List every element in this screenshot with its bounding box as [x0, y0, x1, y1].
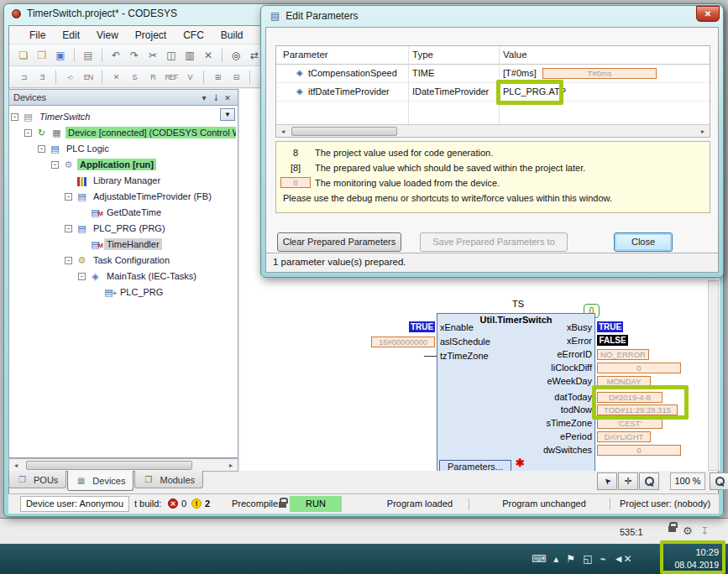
fbd-value-xenable[interactable]: TRUE	[409, 321, 435, 332]
close-button[interactable]: Close	[614, 232, 673, 252]
dialog-close-button[interactable]	[696, 6, 720, 22]
pin-icon[interactable]	[210, 93, 222, 102]
menu-cfc[interactable]: CFC	[175, 28, 212, 43]
scroll-right-arrow[interactable]: ▸	[696, 128, 710, 135]
tree-item-device-connected-codesys-control[interactable]: -↻▦Device [connected] (CODESYS Control W	[11, 125, 236, 140]
scroll-left-arrow[interactable]: ◂	[276, 128, 290, 135]
paste-icon[interactable]: ▥	[181, 48, 198, 63]
fbd-value-stimezone[interactable]: 'CEST'	[597, 418, 663, 429]
cfc-negated-box-icon[interactable]: -○	[61, 70, 78, 85]
close-panel-icon[interactable]	[222, 93, 233, 102]
dialog-titlebar[interactable]: ▤ Edit Parameters	[270, 10, 358, 22]
column-header-value[interactable]: Value	[503, 50, 527, 60]
main-titlebar[interactable]: TimerSwitch.project* - CODESYS	[12, 8, 177, 19]
cfc-decompose-icon[interactable]: ⊟	[228, 70, 244, 85]
expand-collapse-box[interactable]: -	[11, 113, 18, 121]
scroll-left-arrow[interactable]: ◂	[9, 462, 23, 469]
pan-button[interactable]	[618, 472, 638, 490]
tab-devices[interactable]: ▦Devices	[67, 471, 134, 491]
menu-build[interactable]: Build	[212, 28, 252, 43]
tree-item-plc-prg[interactable]: ▤+PLC_PRG	[11, 284, 236, 300]
editor-vscrollbar[interactable]	[708, 280, 719, 471]
fbd-instance-name[interactable]: TS	[489, 299, 547, 309]
select-cursor-button[interactable]	[597, 472, 617, 490]
clear-prepared-parameters-button[interactable]: Clear Prepared Parameters	[277, 232, 401, 252]
find-icon[interactable]: ◎	[228, 48, 244, 63]
print-icon[interactable]: ▤	[80, 48, 97, 63]
expand-collapse-box[interactable]: -	[51, 161, 59, 169]
keyboard-icon[interactable]: ⌨	[532, 553, 546, 565]
menu-view[interactable]: View	[88, 28, 127, 43]
cut-icon[interactable]: ✂	[144, 48, 161, 63]
tree-item-timerswitch[interactable]: -▤TimerSwitch	[11, 109, 236, 124]
tree-item-plc-prg-prg[interactable]: -▤PLC_PRG (PRG)	[11, 221, 236, 236]
cfc-value-icon[interactable]: V	[181, 70, 198, 85]
volume-muted-icon[interactable]: ◄✕	[614, 553, 632, 565]
parameter-row-tcompensationspeed[interactable]: ◈tCompensationSpeedTIME[T#0ms]T#0ms	[276, 65, 710, 83]
scroll-right-arrow[interactable]: ▸	[224, 462, 238, 469]
fbd-value-dwswitches[interactable]: 0	[597, 445, 681, 456]
open-file-icon[interactable]: ❐	[34, 48, 50, 63]
tree-item-maintask-iec-tasks[interactable]: -◈MainTask (IEC-Tasks)	[11, 269, 236, 284]
menu-edit[interactable]: Edit	[54, 28, 88, 43]
cfc-en-box-icon[interactable]: EN	[80, 70, 97, 85]
power-plug-icon[interactable]: ⌁	[600, 553, 605, 565]
tree-item-task-configuration[interactable]: -⚙Task Configuration	[11, 253, 236, 268]
tree-item-timehandler[interactable]: ▤MTimeHandler	[11, 237, 236, 252]
copy-icon[interactable]: ◫	[163, 48, 180, 63]
show-hidden-icons-button[interactable]: ▴	[553, 553, 558, 565]
undo-icon[interactable]: ↶	[107, 48, 124, 63]
scroll-thumb[interactable]	[291, 127, 397, 136]
tree-item-getdatetime[interactable]: ▤MGetDateTime	[11, 205, 236, 220]
parameter-value[interactable]: [T#0ms]	[503, 68, 537, 78]
tree-item-application-run[interactable]: -⚙Application [run]	[11, 157, 236, 172]
flag-icon[interactable]: ⚑	[566, 553, 575, 565]
delete-icon[interactable]: ✕	[200, 48, 217, 63]
parameter-row-itfdatetimeprovider[interactable]: ◈itfDateTimeProviderIDateTimeProviderPLC…	[276, 83, 710, 102]
redo-icon[interactable]: ↷	[126, 48, 143, 63]
tree-item-library-manager[interactable]: Library Manager	[11, 173, 236, 188]
cfc-set-icon[interactable]: S	[126, 70, 143, 85]
cfc-output-icon[interactable]: Ǝ	[34, 70, 50, 85]
sync-settings-icon[interactable]	[683, 524, 693, 537]
expand-collapse-box[interactable]: -	[65, 257, 72, 264]
cfc-ref-icon[interactable]: REF	[163, 70, 180, 85]
save-icon[interactable]: ▣	[52, 48, 69, 63]
menu-file[interactable]: File	[21, 28, 54, 43]
expand-collapse-box[interactable]: -	[65, 225, 72, 232]
menu-project[interactable]: Project	[127, 28, 175, 43]
taskbar-clock[interactable]: 10:29 08.04.2019	[663, 546, 719, 571]
dialog-hscrollbar[interactable]: ◂ ▸	[276, 124, 710, 137]
fbd-value-eperiod[interactable]: DAYLIGHT	[597, 431, 651, 442]
fbd-value-eweekday[interactable]: MONDAY	[597, 376, 651, 387]
fbd-value-eerrorid[interactable]: NO_ERROR	[597, 349, 649, 360]
fbd-value-xerror[interactable]: FALSE	[597, 335, 628, 346]
column-header-type[interactable]: Type	[412, 50, 433, 60]
expand-collapse-box[interactable]: -	[78, 273, 86, 280]
fbd-value-aslschedule[interactable]: 16#00000000	[371, 337, 435, 347]
devices-hscrollbar[interactable]: ◂ ▸	[8, 458, 238, 472]
zoom-fit-button[interactable]	[710, 472, 728, 490]
fbd-value-liclockdiff[interactable]: 0	[597, 363, 681, 373]
cfc-input-icon[interactable]: ⊐	[15, 70, 32, 85]
parameter-value[interactable]: PLC_PRG.ATP	[503, 86, 566, 97]
zoom-button[interactable]	[639, 472, 659, 490]
fbd-value-todnow[interactable]: TOD#11:29:28.315	[597, 404, 678, 415]
fbd-value-dattoday[interactable]: D#2019-4-8	[597, 392, 663, 403]
tab-pous[interactable]: ❐POUs	[8, 471, 66, 488]
scroll-thumb[interactable]	[26, 461, 192, 470]
tab-modules[interactable]: ❒Modules	[134, 471, 203, 488]
parameters-table[interactable]: Parameter Type Value ◈tCompensationSpeed…	[275, 45, 710, 138]
tree-item-adjustabletimeprovider-fb[interactable]: -▤AdjustableTimeProvider (FB)	[11, 189, 236, 204]
panel-menu-icon[interactable]	[198, 93, 210, 102]
expand-collapse-box[interactable]: -	[65, 193, 72, 201]
column-header-parameter[interactable]: Parameter	[283, 50, 328, 60]
tree-item-plc-logic[interactable]: -▤PLC Logic	[11, 141, 236, 156]
cfc-reset-icon[interactable]: R	[144, 70, 161, 85]
zoom-level[interactable]: 100 %	[670, 472, 705, 490]
fbd-value-xbusy[interactable]: TRUE	[597, 321, 623, 332]
parameters-button[interactable]: Parameters...	[439, 460, 511, 471]
expand-collapse-box[interactable]: -	[24, 129, 32, 137]
cfc-negate-icon[interactable]: ✕	[107, 70, 124, 85]
network-icon[interactable]: ◱	[583, 553, 592, 565]
